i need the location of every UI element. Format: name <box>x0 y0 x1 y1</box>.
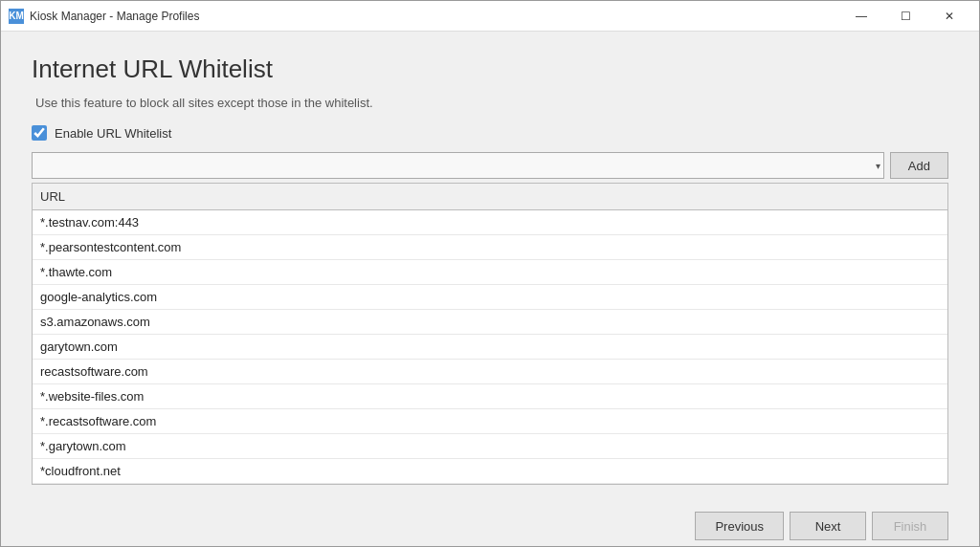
window-controls: — ☐ ✕ <box>839 1 971 32</box>
table-row[interactable]: *.recastsoftware.com <box>33 409 947 434</box>
url-table-header: URL <box>33 184 947 210</box>
finish-button[interactable]: Finish <box>872 512 948 540</box>
table-row[interactable]: *.pearsontestcontent.com <box>33 235 947 260</box>
table-row[interactable]: garytown.com <box>33 335 947 360</box>
titlebar: KM Kiosk Manager - Manage Profiles — ☐ ✕ <box>1 1 979 32</box>
table-row[interactable]: *.thawte.com <box>33 260 947 285</box>
table-row[interactable]: recastsoftware.com <box>33 360 947 384</box>
next-button[interactable]: Next <box>790 512 866 540</box>
url-input-row: ▾ Add <box>32 152 948 179</box>
app-icon: KM <box>9 9 24 24</box>
table-row[interactable]: *.testnav.com:443 <box>33 210 947 235</box>
table-row[interactable]: google-analytics.com <box>33 285 947 310</box>
table-row[interactable]: s3.amazonaws.com <box>33 310 947 335</box>
table-row[interactable]: *.website-files.com <box>33 384 947 409</box>
page-description: Use this feature to block all sites exce… <box>32 96 948 110</box>
url-input-wrapper: ▾ <box>32 152 884 179</box>
main-window: KM Kiosk Manager - Manage Profiles — ☐ ✕… <box>0 0 980 547</box>
url-input[interactable] <box>32 152 884 179</box>
url-table-body[interactable]: *.testnav.com:443*.pearsontestcontent.co… <box>33 210 947 484</box>
previous-button[interactable]: Previous <box>695 512 784 540</box>
close-button[interactable]: ✕ <box>927 1 971 32</box>
add-button[interactable]: Add <box>890 152 948 179</box>
maximize-button[interactable]: ☐ <box>883 1 927 32</box>
enable-url-whitelist-checkbox[interactable] <box>32 125 47 141</box>
window-title: Kiosk Manager - Manage Profiles <box>30 10 839 23</box>
enable-url-whitelist-label: Enable URL Whitelist <box>55 126 171 141</box>
footer: Previous Next Finish <box>1 500 979 547</box>
url-table-container: URL *.testnav.com:443*.pearsontestconten… <box>32 183 948 485</box>
minimize-button[interactable]: — <box>839 1 883 32</box>
table-row[interactable]: *cloudfront.net <box>33 459 947 484</box>
enable-url-whitelist-row: Enable URL Whitelist <box>32 125 948 141</box>
page-title: Internet URL Whitelist <box>32 55 948 84</box>
main-content: Internet URL Whitelist Use this feature … <box>1 32 979 500</box>
table-row[interactable]: *.garytown.com <box>33 434 947 459</box>
